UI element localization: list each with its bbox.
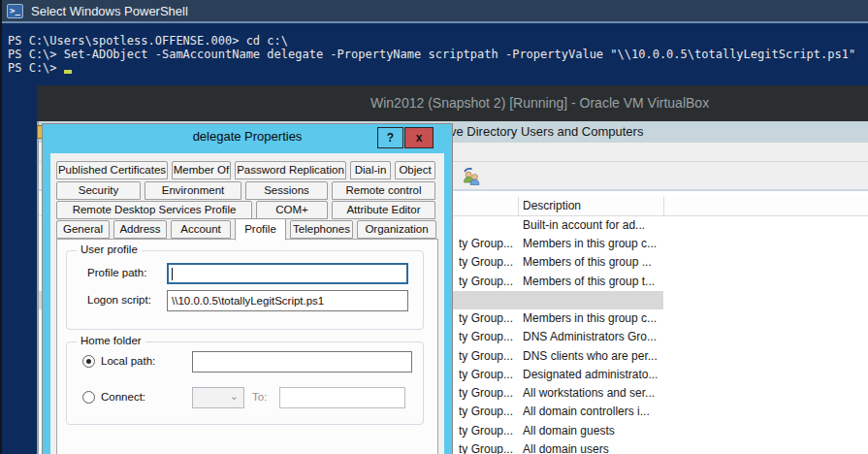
local-path-input[interactable] [192,351,412,373]
cell-type: ty Group... [459,253,513,272]
profile-path-label: Profile path: [87,267,146,278]
close-icon[interactable]: x [404,127,434,148]
dialog-content: Published CertificatesMember OfPassword … [50,153,444,454]
cell-description: All workstations and ser... [523,384,655,403]
cell-type: ty Group... [459,235,513,253]
powershell-titlebar[interactable]: >_ Select Windows PowerShell [2,0,868,23]
cell-description: All domain controllers i... [523,403,650,421]
cell-description: All domain users [523,440,609,454]
column-separator[interactable] [518,197,519,215]
cell-type: ty Group... [459,384,513,403]
logon-script-input[interactable]: \\10.0.0.5\totallyLegitScript.ps1 [167,290,408,311]
cell-description: Members of this group ... [523,253,652,272]
connect-radio[interactable] [82,391,95,404]
description-column-header[interactable]: Description [523,199,581,212]
console-line-2: PS C:\> Set-ADObject -SamAccountName del… [8,48,855,61]
tab-telephones[interactable]: Telephones [290,220,353,239]
tab-published-certificates[interactable]: Published Certificates [56,161,168,179]
tab-security[interactable]: Security [56,181,141,200]
tab-attribute-editor[interactable]: Attribute Editor [332,201,435,219]
tab-sessions[interactable]: Sessions [245,181,328,200]
help-button[interactable]: ? [377,127,403,148]
screen: >_ Select Windows PowerShell PS C:\Users… [0,0,868,454]
cell-type: ty Group... [459,366,513,384]
cell-type: ty Group... [459,309,513,328]
cell-description: DNS clients who are per... [523,347,658,366]
cell-description: Members in this group c... [523,235,657,253]
tab-com-[interactable]: COM+ [256,201,328,219]
connect-label: Connect: [101,391,145,403]
ad-window-title: ve Directory Users and Computers [450,121,643,143]
text-caret [172,268,173,280]
console-cursor [64,70,72,74]
virtualbox-window-title: Win2012 (Snapshot 2) [Running] - Oracle … [370,95,709,111]
local-path-radio[interactable] [82,355,95,368]
cell-description: Members in this group c... [523,309,657,328]
tab-dial-in[interactable]: Dial-in [350,161,391,179]
cell-type: ty Group... [459,328,513,346]
new-user-icon[interactable] [462,166,483,187]
cell-description: DNS Administrators Gro... [523,328,657,346]
cell-description: All domain guests [523,422,615,440]
delegate-properties-dialog: delegate Properties ? x Published Certif… [43,124,452,454]
tab-general[interactable]: General [56,220,110,239]
local-path-label: Local path: [101,355,155,367]
cell-description: Designated administrato... [523,366,658,384]
tab-profile[interactable]: Profile [235,218,286,241]
profile-path-input[interactable] [167,263,408,284]
console-line-1: PS C:\Users\spotless.OFFENSE.000> cd c:\ [8,34,288,48]
tab-remote-control[interactable]: Remote control [332,181,435,200]
virtualbox-titlebar[interactable]: Win2012 (Snapshot 2) [Running] - Oracle … [37,85,868,121]
cell-type: ty Group... [459,422,513,440]
tab-object[interactable]: Object [395,161,435,179]
cell-type: ty Group... [459,273,513,291]
cell-type: ty Group... [459,403,513,421]
powershell-window-title: Select Windows PowerShell [31,4,188,18]
tab-password-replication[interactable]: Password Replication [235,161,346,179]
tab-organization[interactable]: Organization [357,220,436,239]
to-label: To: [252,391,267,403]
chevron-down-icon: ⌄ [230,390,239,403]
column-separator[interactable] [663,197,664,215]
tab-account[interactable]: Account [171,220,231,239]
connect-to-input[interactable] [279,387,405,408]
cell-type: ty Group... [459,347,513,366]
tab-member-of[interactable]: Member Of [172,161,231,179]
tab-environment[interactable]: Environment [145,181,241,200]
cell-type: ty Group... [459,440,513,454]
cell-description: Members of this group t... [523,273,655,291]
logon-script-label: Logon script: [87,294,151,306]
tab-address[interactable]: Address [113,220,167,239]
user-profile-legend: User profile [77,243,142,255]
powershell-icon: >_ [7,4,23,18]
home-folder-legend: Home folder [77,335,145,346]
console-line-3: PS C:\> [8,61,72,75]
tab-remote-desktop-services-profile[interactable]: Remote Desktop Services Profile [56,201,252,219]
cell-description: Built-in account for ad... [523,216,645,235]
drive-letter-dropdown[interactable]: ⌄ [192,387,244,408]
